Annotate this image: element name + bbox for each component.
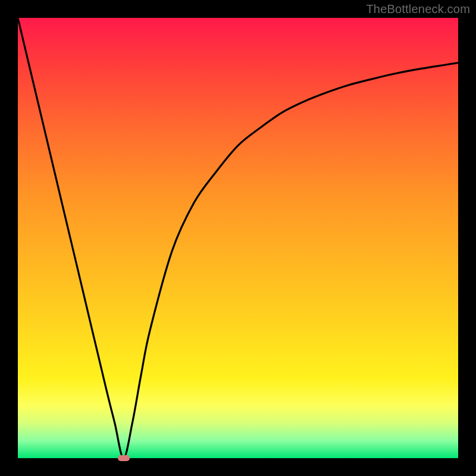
bottleneck-curve [18,18,458,458]
optimal-point-marker [118,455,130,461]
chart-frame: TheBottleneck.com [0,0,476,476]
watermark-text: TheBottleneck.com [366,2,470,16]
plot-area [18,18,458,458]
